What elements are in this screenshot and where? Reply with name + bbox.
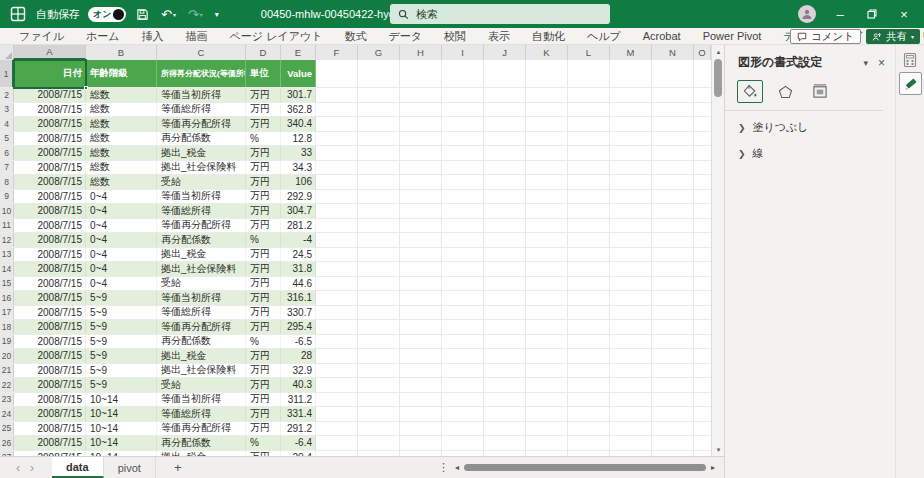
cell[interactable]: Value <box>281 60 316 87</box>
empty-cells[interactable] <box>316 262 711 276</box>
horizontal-scrollbar[interactable]: ◂ ▸ <box>452 460 718 475</box>
cell[interactable]: 万円 <box>246 219 281 233</box>
sheet-nav-left-icon[interactable]: ‹ <box>16 461 20 475</box>
empty-cells[interactable] <box>316 248 711 262</box>
cell[interactable]: 単位 <box>246 60 281 87</box>
empty-cells[interactable] <box>316 88 711 102</box>
cell[interactable]: 2008/7/15 <box>14 103 86 117</box>
cell[interactable]: 受給 <box>157 378 246 392</box>
empty-cells[interactable] <box>316 219 711 233</box>
cell[interactable]: 44.6 <box>281 277 316 291</box>
cell[interactable]: 2008/7/15 <box>14 335 86 349</box>
cell[interactable]: 24.5 <box>281 248 316 262</box>
empty-cells[interactable] <box>316 320 711 334</box>
column-header-k[interactable]: K <box>526 45 568 60</box>
row-header-10[interactable]: 10 <box>0 204 14 218</box>
cell[interactable]: 295.4 <box>281 320 316 334</box>
cell[interactable]: -4 <box>281 233 316 247</box>
empty-cells[interactable] <box>316 436 711 450</box>
row-header-6[interactable]: 6 <box>0 146 14 160</box>
cell[interactable]: 万円 <box>246 422 281 436</box>
row-header-4[interactable]: 4 <box>0 117 14 131</box>
cell[interactable]: 301.7 <box>281 88 316 102</box>
cell[interactable]: 0~4 <box>86 204 157 218</box>
cell[interactable]: 万円 <box>246 190 281 204</box>
column-header-j[interactable]: J <box>484 45 526 60</box>
horizontal-scroll-track[interactable] <box>462 460 708 475</box>
vertical-scrollbar[interactable]: ▴ ▾ <box>711 45 724 456</box>
empty-cells[interactable] <box>316 291 711 305</box>
cell[interactable]: 32.9 <box>281 364 316 378</box>
cell[interactable]: 総数 <box>86 175 157 189</box>
row-header-8[interactable]: 8 <box>0 175 14 189</box>
ribbon-tab[interactable]: 校閲 <box>433 29 477 44</box>
cell[interactable]: 362.8 <box>281 103 316 117</box>
column-header-l[interactable]: L <box>568 45 610 60</box>
column-header-o[interactable]: O <box>694 45 711 60</box>
cell[interactable]: 2008/7/15 <box>14 132 86 146</box>
empty-cells[interactable] <box>316 306 711 320</box>
ribbon-tab[interactable]: データ <box>377 29 433 44</box>
cell[interactable]: -6.5 <box>281 335 316 349</box>
cell[interactable]: 0~4 <box>86 190 157 204</box>
cell[interactable]: 総数 <box>86 88 157 102</box>
cell[interactable]: 万円 <box>246 204 281 218</box>
cell[interactable]: 等価総所得 <box>157 306 246 320</box>
cell[interactable]: 5~9 <box>86 349 157 363</box>
cell[interactable]: 2008/7/15 <box>14 349 86 363</box>
column-header-f[interactable]: F <box>316 45 358 60</box>
cell[interactable]: 40.3 <box>281 378 316 392</box>
cell[interactable]: 0~4 <box>86 233 157 247</box>
cell[interactable]: 2008/7/15 <box>14 161 86 175</box>
row-header-16[interactable]: 16 <box>0 291 14 305</box>
cell[interactable]: 日付 <box>14 60 86 87</box>
comments-button[interactable]: コメント <box>790 29 861 44</box>
cell[interactable]: 5~9 <box>86 335 157 349</box>
cell[interactable]: 年齢階級 <box>86 60 157 87</box>
ribbon-tab[interactable]: ホーム <box>75 29 131 44</box>
row-header-23[interactable]: 23 <box>0 393 14 407</box>
line-section[interactable]: ❯ 線 <box>725 137 895 163</box>
cell[interactable]: 万円 <box>246 88 281 102</box>
cell[interactable]: 2008/7/15 <box>14 219 86 233</box>
cell[interactable]: % <box>246 233 281 247</box>
cell[interactable]: 等価当初所得 <box>157 291 246 305</box>
empty-cells[interactable] <box>316 60 711 87</box>
cell[interactable]: 2008/7/15 <box>14 175 86 189</box>
cell[interactable]: 万円 <box>246 175 281 189</box>
cell[interactable]: 等価当初所得 <box>157 393 246 407</box>
cell[interactable]: 等価再分配所得 <box>157 320 246 334</box>
cell[interactable]: 2008/7/15 <box>14 146 86 160</box>
cell[interactable]: 34.3 <box>281 161 316 175</box>
cell[interactable]: 等価再分配所得 <box>157 117 246 131</box>
cell[interactable]: 再分配係数 <box>157 233 246 247</box>
row-header-11[interactable]: 11 <box>0 219 14 233</box>
row-header-26[interactable]: 26 <box>0 436 14 450</box>
cell[interactable]: 所得再分配状況(等価所得) <box>157 60 246 87</box>
row-header-3[interactable]: 3 <box>0 103 14 117</box>
empty-cells[interactable] <box>316 277 711 291</box>
empty-cells[interactable] <box>316 233 711 247</box>
close-button[interactable]: × <box>896 7 912 22</box>
empty-cells[interactable] <box>316 132 711 146</box>
row-header-1[interactable]: 1 <box>0 60 14 87</box>
empty-cells[interactable] <box>316 335 711 349</box>
cell[interactable]: 2008/7/15 <box>14 407 86 421</box>
cell[interactable]: 10~14 <box>86 422 157 436</box>
restore-button[interactable] <box>864 7 880 22</box>
cell[interactable]: 万円 <box>246 393 281 407</box>
horizontal-scroll-thumb[interactable] <box>464 464 706 471</box>
select-all-corner[interactable] <box>0 45 14 60</box>
add-sheet-button[interactable]: + <box>174 460 182 475</box>
cell[interactable]: 2008/7/15 <box>14 117 86 131</box>
calculator-icon[interactable] <box>902 52 918 68</box>
cell[interactable]: 等価再分配所得 <box>157 219 246 233</box>
row-header-5[interactable]: 5 <box>0 132 14 146</box>
cell[interactable]: 万円 <box>246 161 281 175</box>
column-header-h[interactable]: H <box>400 45 442 60</box>
save-icon[interactable] <box>136 8 149 21</box>
fill-and-line-tab[interactable] <box>737 80 763 103</box>
column-header-d[interactable]: D <box>246 45 281 60</box>
column-header-i[interactable]: I <box>442 45 484 60</box>
cell[interactable]: % <box>246 132 281 146</box>
